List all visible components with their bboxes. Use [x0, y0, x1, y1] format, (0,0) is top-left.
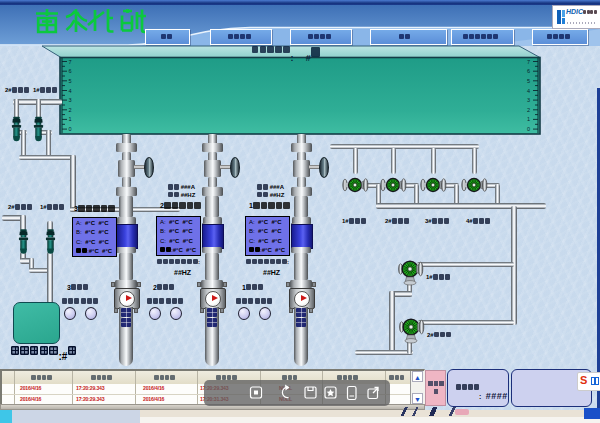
- svg-text:2: 2: [69, 107, 72, 113]
- svg-text:6: 6: [527, 68, 530, 74]
- svg-text:2: 2: [527, 107, 530, 113]
- svg-text:3: 3: [69, 97, 72, 103]
- svg-text:0: 0: [69, 126, 72, 132]
- svg-text:1: 1: [69, 116, 72, 122]
- svg-text:0: 0: [527, 126, 530, 132]
- svg-text:5: 5: [69, 78, 72, 84]
- svg-text:4: 4: [69, 88, 72, 94]
- svg-text:7: 7: [69, 59, 72, 65]
- svg-text:6: 6: [69, 68, 72, 74]
- svg-text:7: 7: [527, 59, 530, 65]
- svg-text:5: 5: [527, 78, 530, 84]
- svg-text:4: 4: [527, 88, 530, 94]
- svg-text:1: 1: [527, 116, 530, 122]
- svg-text:3: 3: [527, 97, 530, 103]
